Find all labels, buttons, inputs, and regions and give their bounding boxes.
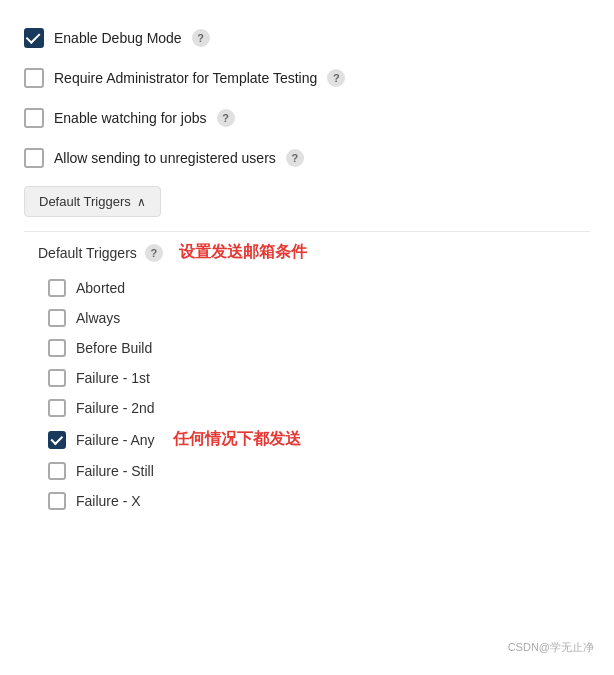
label-failure-any: Failure - Any — [76, 432, 155, 448]
checkbox-failure-still[interactable] — [48, 462, 66, 480]
help-icon-unregistered[interactable]: ? — [286, 149, 304, 167]
triggers-section: Default Triggers ? 设置发送邮箱条件 Aborted Alwa… — [24, 242, 590, 516]
checkbox-always[interactable] — [48, 309, 66, 327]
default-triggers-button-label: Default Triggers — [39, 194, 131, 209]
trigger-item-failure-1st: Failure - 1st — [38, 363, 590, 393]
help-icon-debug[interactable]: ? — [192, 29, 210, 47]
label-failure-1st: Failure - 1st — [76, 370, 150, 386]
help-icon-require-admin[interactable]: ? — [327, 69, 345, 87]
checkbox-enable-debug[interactable] — [24, 28, 44, 48]
checkbox-before-build[interactable] — [48, 339, 66, 357]
setting-row-require-admin: Require Administrator for Template Testi… — [24, 58, 590, 98]
label-unregistered: Allow sending to unregistered users — [54, 150, 276, 166]
label-watching-jobs: Enable watching for jobs — [54, 110, 207, 126]
checkbox-failure-x[interactable] — [48, 492, 66, 510]
label-before-build: Before Build — [76, 340, 152, 356]
label-failure-still: Failure - Still — [76, 463, 154, 479]
checkbox-watching-jobs[interactable] — [24, 108, 44, 128]
triggers-annotation: 设置发送邮箱条件 — [179, 242, 307, 263]
checkbox-failure-any[interactable] — [48, 431, 66, 449]
failure-any-annotation: 任何情况下都发送 — [173, 429, 301, 450]
help-icon-watching-jobs[interactable]: ? — [217, 109, 235, 127]
watermark: CSDN@学无止净 — [508, 640, 594, 655]
checkbox-unregistered[interactable] — [24, 148, 44, 168]
triggers-section-title: Default Triggers — [38, 245, 137, 261]
checkbox-failure-2nd[interactable] — [48, 399, 66, 417]
default-triggers-button[interactable]: Default Triggers — [24, 186, 161, 217]
divider — [24, 231, 590, 232]
trigger-item-always: Always — [38, 303, 590, 333]
trigger-item-failure-still: Failure - Still — [38, 456, 590, 486]
label-aborted: Aborted — [76, 280, 125, 296]
label-always: Always — [76, 310, 120, 326]
chevron-up-icon — [137, 194, 146, 209]
triggers-header: Default Triggers ? 设置发送邮箱条件 — [38, 242, 590, 263]
setting-row-watching-jobs: Enable watching for jobs ? — [24, 98, 590, 138]
trigger-item-failure-any: Failure - Any 任何情况下都发送 — [38, 423, 590, 456]
setting-row-debug: Enable Debug Mode ? — [24, 18, 590, 58]
checkbox-require-admin[interactable] — [24, 68, 44, 88]
label-enable-debug: Enable Debug Mode — [54, 30, 182, 46]
trigger-item-aborted: Aborted — [38, 273, 590, 303]
settings-container: Enable Debug Mode ? Require Administrato… — [0, 0, 614, 534]
label-failure-2nd: Failure - 2nd — [76, 400, 155, 416]
checkbox-aborted[interactable] — [48, 279, 66, 297]
trigger-item-failure-x: Failure - X — [38, 486, 590, 516]
label-failure-x: Failure - X — [76, 493, 141, 509]
help-icon-triggers[interactable]: ? — [145, 244, 163, 262]
trigger-item-before-build: Before Build — [38, 333, 590, 363]
checkbox-failure-1st[interactable] — [48, 369, 66, 387]
label-require-admin: Require Administrator for Template Testi… — [54, 70, 317, 86]
trigger-item-failure-2nd: Failure - 2nd — [38, 393, 590, 423]
setting-row-unregistered: Allow sending to unregistered users ? — [24, 138, 590, 178]
